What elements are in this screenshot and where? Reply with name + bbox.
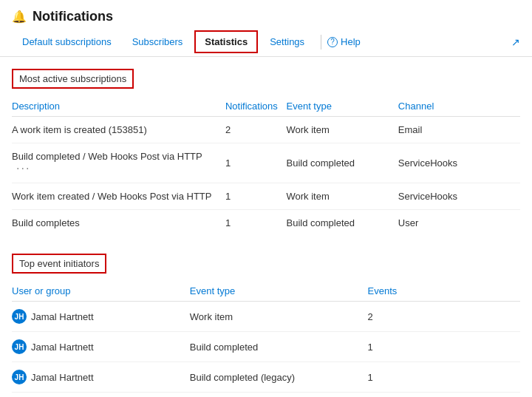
avatar: JH	[12, 370, 27, 384]
subscription-eventtype: Work item	[287, 117, 398, 143]
notifications-icon: 🔔	[12, 10, 27, 24]
initiators-table: User or group Event type Events JHJamal …	[12, 282, 520, 397]
subscription-notifications: 2	[225, 117, 287, 143]
col-header-etype: Event type	[190, 282, 368, 302]
section1-title: Most active subscriptions	[12, 69, 134, 89]
tab-settings[interactable]: Settings	[259, 30, 315, 53]
nav-divider	[321, 35, 321, 50]
initiator-eventtype: Build completed (legacy)	[190, 362, 368, 393]
col-header-eventtype: Event type	[287, 98, 398, 117]
main-content: Most active subscriptions Description No…	[0, 57, 532, 397]
subscription-description: Build completed / Web Hooks Post via HTT…	[12, 143, 225, 183]
subscription-eventtype: Work item	[287, 183, 398, 210]
table-row: Build completed / Web Hooks Post via HTT…	[12, 143, 520, 183]
subscription-description: A work item is created (153851)	[12, 117, 225, 143]
avatar: JH	[12, 339, 27, 354]
col-header-notifications: Notifications	[225, 98, 287, 117]
table-row: Work item created / Web Hooks Post via H…	[12, 183, 520, 210]
table-row: Build completes1Build completedUser	[12, 210, 520, 237]
avatar: JH	[12, 309, 27, 324]
tab-default-subscriptions[interactable]: Default subscriptions	[12, 30, 122, 53]
subscription-channel: ServiceHooks	[398, 183, 520, 210]
table-row: JHJamal HartnettBuild completed1	[12, 332, 520, 362]
tab-statistics[interactable]: Statistics	[194, 30, 258, 53]
subscription-eventtype: Build completed	[287, 210, 398, 237]
initiator-user: JHJamal Hartnett	[12, 393, 190, 398]
expand-icon[interactable]: ↗	[511, 36, 520, 48]
subscriptions-table: Description Notifications Event type Cha…	[12, 98, 520, 236]
initiator-user: JHJamal Hartnett	[12, 362, 190, 393]
col-header-user: User or group	[12, 282, 190, 302]
ellipsis-icon[interactable]: ···	[16, 162, 30, 175]
subscription-description: Work item created / Web Hooks Post via H…	[12, 183, 225, 210]
initiator-events: 1	[368, 332, 520, 362]
initiator-eventtype: Work item	[190, 302, 368, 332]
user-name: Jamal Hartnett	[31, 372, 94, 383]
col-header-events: Events	[368, 282, 520, 302]
table-row: JHJamal HartnettBuild completed (legacy)…	[12, 362, 520, 393]
page-title: Notifications	[33, 9, 113, 24]
subscription-notifications: 1	[225, 183, 287, 210]
initiator-eventtype: Build completed	[190, 332, 368, 362]
user-name: Jamal Hartnett	[31, 342, 94, 353]
help-link[interactable]: ? Help	[327, 36, 361, 47]
initiator-events: 1	[368, 393, 520, 398]
subscription-channel: User	[398, 210, 520, 237]
help-icon: ?	[327, 37, 338, 47]
col-header-channel: Channel	[398, 98, 520, 117]
col-header-description: Description	[12, 98, 225, 117]
nav-tabs: Default subscriptions Subscribers Statis…	[0, 27, 532, 57]
subscription-channel: Email	[398, 117, 520, 143]
page-header: 🔔 Notifications	[0, 0, 532, 27]
table-row: JHJamal HartnettWork item2	[12, 302, 520, 332]
initiator-events: 2	[368, 302, 520, 332]
subscription-channel: ServiceHooks	[398, 143, 520, 183]
table-row: A work item is created (153851)2Work ite…	[12, 117, 520, 143]
subscription-notifications: 1	[225, 143, 287, 183]
help-label: Help	[341, 36, 361, 47]
section2-title: Top event initiators	[12, 254, 106, 274]
subscription-description: Build completes	[12, 210, 225, 237]
initiator-user: JHJamal Hartnett	[12, 332, 190, 362]
initiator-events: 1	[368, 362, 520, 393]
initiator-user: JHJamal Hartnett	[12, 302, 190, 332]
subscription-eventtype: Build completed	[287, 143, 398, 183]
table-row: JHJamal HartnettBuild completed (legacy …	[12, 393, 520, 398]
tab-subscribers[interactable]: Subscribers	[122, 30, 194, 53]
user-name: Jamal Hartnett	[31, 311, 94, 322]
subscription-notifications: 1	[225, 210, 287, 237]
initiator-eventtype: Build completed (legacy V2)	[190, 393, 368, 398]
